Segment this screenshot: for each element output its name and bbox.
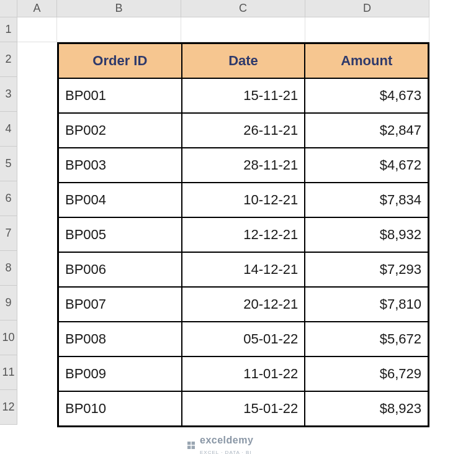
table-row: BP007 20-12-21 $7,810	[58, 287, 428, 322]
table-row: BP009 11-01-22 $6,729	[58, 356, 428, 391]
cell-date[interactable]: 14-12-21	[182, 252, 305, 287]
cell-date[interactable]: 05-01-22	[182, 322, 305, 356]
row-headers: 1 2 3 4 5 6 7 8 9 10 11 12	[0, 17, 17, 425]
col-header-b[interactable]: B	[57, 0, 181, 17]
cell-order-id[interactable]: BP003	[58, 148, 182, 183]
cell-date[interactable]: 28-11-21	[182, 148, 305, 183]
cell-amount[interactable]: $8,923	[305, 391, 428, 426]
cell-amount[interactable]: $7,810	[305, 287, 428, 322]
col-header-c[interactable]: C	[181, 0, 305, 17]
cell-order-id[interactable]: BP007	[58, 287, 182, 322]
watermark-main: exceldemy	[200, 435, 253, 445]
row-header-10[interactable]: 10	[0, 320, 17, 355]
column-headers: A B C D	[17, 0, 429, 17]
cell-order-id[interactable]: BP005	[58, 217, 182, 252]
grid-area: Order ID Date Amount BP001 15-11-21 $4,6…	[17, 17, 429, 42]
cell-order-id[interactable]: BP009	[58, 356, 182, 391]
row-header-9[interactable]: 9	[0, 286, 17, 320]
table-row: BP005 12-12-21 $8,932	[58, 217, 428, 252]
spreadsheet: A B C D 1 2 3 4 5 6 7 8 9 10 11 12 Order…	[0, 0, 476, 454]
row-header-5[interactable]: 5	[0, 147, 17, 181]
table-row: BP010 15-01-22 $8,923	[58, 391, 428, 426]
cell-amount[interactable]: $2,847	[305, 113, 428, 148]
table-row: BP008 05-01-22 $5,672	[58, 322, 428, 356]
logo-icon	[186, 440, 196, 450]
header-amount[interactable]: Amount	[305, 43, 428, 78]
watermark-sub: EXCEL · DATA · BI	[200, 450, 252, 454]
cell-date[interactable]: 15-11-21	[182, 78, 305, 113]
cell-date[interactable]: 10-12-21	[182, 183, 305, 217]
table-row: BP001 15-11-21 $4,673	[58, 78, 428, 113]
row-header-7[interactable]: 7	[0, 216, 17, 251]
cell-amount[interactable]: $4,672	[305, 148, 428, 183]
table-row: BP003 28-11-21 $4,672	[58, 148, 428, 183]
row-header-4[interactable]: 4	[0, 112, 17, 147]
cell-order-id[interactable]: BP002	[58, 113, 182, 148]
cell-c1[interactable]	[181, 17, 305, 42]
table-row: BP004 10-12-21 $7,834	[58, 183, 428, 217]
header-date[interactable]: Date	[182, 43, 305, 78]
cell-amount[interactable]: $7,293	[305, 252, 428, 287]
row-header-1[interactable]: 1	[0, 17, 17, 42]
row-header-11[interactable]: 11	[0, 355, 17, 390]
cell-amount[interactable]: $4,673	[305, 78, 428, 113]
cell-order-id[interactable]: BP008	[58, 322, 182, 356]
row-header-2[interactable]: 2	[0, 42, 17, 77]
row-header-12[interactable]: 12	[0, 390, 17, 425]
cell-a1[interactable]	[17, 17, 57, 42]
cell-order-id[interactable]: BP010	[58, 391, 182, 426]
cell-order-id[interactable]: BP004	[58, 183, 182, 217]
table-header-row: Order ID Date Amount	[58, 43, 428, 78]
table-row: BP006 14-12-21 $7,293	[58, 252, 428, 287]
data-table: Order ID Date Amount BP001 15-11-21 $4,6…	[57, 42, 429, 427]
col-header-d[interactable]: D	[305, 0, 429, 17]
col-header-a[interactable]: A	[17, 0, 57, 17]
select-all-corner[interactable]	[0, 0, 17, 17]
row-header-6[interactable]: 6	[0, 181, 17, 216]
cell-amount[interactable]: $8,932	[305, 217, 428, 252]
cell-amount[interactable]: $7,834	[305, 183, 428, 217]
cell-date[interactable]: 11-01-22	[182, 356, 305, 391]
watermark: exceldemy EXCEL · DATA · BI	[186, 435, 253, 454]
cell-date[interactable]: 15-01-22	[182, 391, 305, 426]
cell-date[interactable]: 20-12-21	[182, 287, 305, 322]
cell-amount[interactable]: $6,729	[305, 356, 428, 391]
row-header-3[interactable]: 3	[0, 77, 17, 112]
header-order-id[interactable]: Order ID	[58, 43, 182, 78]
table-row: BP002 26-11-21 $2,847	[58, 113, 428, 148]
cell-date[interactable]: 26-11-21	[182, 113, 305, 148]
cell-amount[interactable]: $5,672	[305, 322, 428, 356]
cell-order-id[interactable]: BP001	[58, 78, 182, 113]
cell-date[interactable]: 12-12-21	[182, 217, 305, 252]
cell-d1[interactable]	[305, 17, 429, 42]
cell-order-id[interactable]: BP006	[58, 252, 182, 287]
cell-b1[interactable]	[57, 17, 181, 42]
row-header-8[interactable]: 8	[0, 251, 17, 286]
